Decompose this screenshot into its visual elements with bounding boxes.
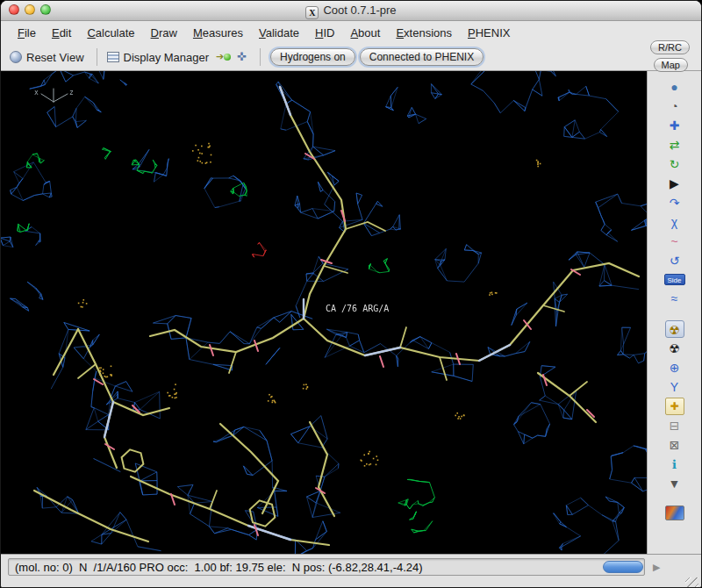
display-manager-button[interactable]: Display Manager <box>124 51 210 64</box>
display-manager-icon <box>107 52 119 62</box>
go-to-atom-icon[interactable] <box>216 50 231 65</box>
menu-bar: FileEditCalculateDrawMeasuresValidateHID… <box>1 21 701 44</box>
gl-viewport[interactable]: CA /76 ARG/A <box>1 71 647 554</box>
menu-phenix[interactable]: PHENIX <box>460 25 518 41</box>
rigid-body-fit-icon[interactable]: ⇄ <box>665 136 684 154</box>
sphere-display-icon[interactable]: ● <box>665 78 684 96</box>
phenix-connection-button[interactable]: Connected to PHENIX <box>360 48 484 66</box>
title-bar[interactable]: XCoot 0.7.1-pre <box>1 1 701 21</box>
down-arrow-icon[interactable]: ▼ <box>665 475 684 492</box>
density-map-canvas[interactable] <box>1 71 647 554</box>
atom-label: CA /76 ARG/A <box>326 304 389 313</box>
auto-fit-rotamer-icon[interactable]: ▶ <box>665 175 684 192</box>
resize-grip[interactable] <box>685 577 698 588</box>
coot-window: XCoot 0.7.1-pre FileEditCalculateDrawMea… <box>0 0 702 588</box>
model-fit-refine-toolbar: ●◔✚⇄↻▶↷χ~↺Side≈☢☢⊕Y✚⊟⊠ℹ▼ <box>647 71 701 554</box>
x11-app-icon: X <box>305 6 319 19</box>
toolbar-overflow-arrow[interactable]: ▶ <box>653 562 660 573</box>
status-scrollbar-thumb[interactable] <box>603 561 643 573</box>
menu-hid[interactable]: HID <box>307 25 342 41</box>
measures-icon[interactable] <box>235 50 250 65</box>
status-text: (mol. no: 0) N /1/A/160 PRO occ: 1.00 bf… <box>15 561 423 574</box>
status-field: (mol. no: 0) N /1/A/160 PRO occ: 1.00 bf… <box>8 558 645 576</box>
clock-idle-icon[interactable]: ◔ <box>665 97 684 115</box>
menu-extensions[interactable]: Extensions <box>388 25 460 41</box>
content-area: CA /76 ARG/A ●◔✚⇄↻▶↷χ~↺Side≈☢☢⊕Y✚⊟⊠ℹ▼ <box>1 71 701 554</box>
ligand-picture-icon[interactable] <box>665 506 684 520</box>
edit-chi-angles-icon[interactable]: χ <box>665 213 684 231</box>
window-title: Coot 0.7.1-pre <box>323 4 396 17</box>
menu-about[interactable]: About <box>342 25 388 41</box>
edit-backbone-icon[interactable]: ≈ <box>665 290 684 307</box>
rotate-translate-icon[interactable]: ↻ <box>665 155 684 173</box>
menu-measures[interactable]: Measures <box>185 25 251 41</box>
menu-calculate[interactable]: Calculate <box>79 25 142 41</box>
side-chain-180-button[interactable]: Side <box>664 274 685 285</box>
menu-draw[interactable]: Draw <box>143 25 185 41</box>
flip-peptide-icon[interactable]: ↺ <box>665 252 684 269</box>
toolbar-separator <box>260 48 261 66</box>
main-toolbar: Reset View Display Manager Hydrogens on … <box>1 44 701 71</box>
rotamers-icon[interactable]: ↷ <box>665 194 684 212</box>
menu-validate[interactable]: Validate <box>251 25 307 41</box>
hydrogens-toggle-button[interactable]: Hydrogens on <box>270 48 355 66</box>
residue-info-icon[interactable]: ℹ <box>665 455 684 473</box>
add-terminal-residue-icon[interactable]: ⊕ <box>665 359 684 376</box>
torsion-general-icon[interactable]: ~ <box>665 233 684 250</box>
eraser-icon[interactable]: ⊟ <box>665 417 684 434</box>
menu-file[interactable]: File <box>10 25 44 41</box>
place-atom-icon[interactable]: ✚ <box>665 398 684 415</box>
reset-view-icon <box>10 51 22 63</box>
fixed-atoms-icon[interactable]: ✚ <box>665 117 684 134</box>
toolbar-separator <box>97 48 97 66</box>
menu-edit[interactable]: Edit <box>44 25 79 41</box>
status-bar: (mol. no: 0) N /1/A/160 PRO occ: 1.00 bf… <box>1 554 701 588</box>
sphere-refine-button[interactable]: ☢ <box>665 320 684 338</box>
title-area: XCoot 0.7.1-pre <box>1 4 701 19</box>
reset-view-button[interactable]: Reset View <box>26 51 84 64</box>
add-alt-conf-icon[interactable]: Y <box>665 378 684 396</box>
delete-item-icon[interactable]: ⊠ <box>665 436 684 454</box>
rrc-button[interactable]: R/RC <box>650 40 690 54</box>
refine-zone-icon[interactable]: ☢ <box>665 340 684 357</box>
map-button[interactable]: Map <box>654 58 688 72</box>
